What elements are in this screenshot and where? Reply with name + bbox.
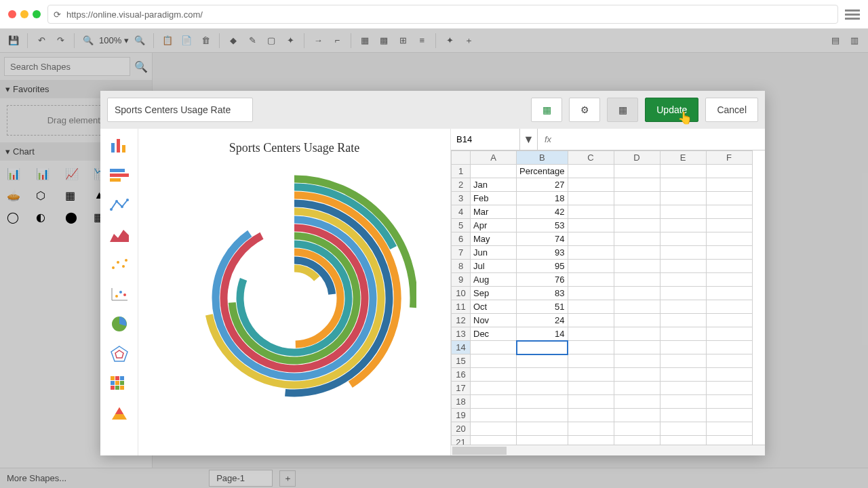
name-box-dropdown-icon[interactable]: ▼ (520, 129, 538, 150)
svg-rect-26 (111, 381, 115, 385)
heatmap-chart-type[interactable] (107, 373, 132, 394)
cancel-button[interactable]: Cancel (705, 98, 758, 122)
chart-title-label: Sports Centers Usage Rate (138, 129, 450, 155)
svg-marker-21 (111, 346, 127, 361)
svg-point-7 (115, 200, 118, 203)
pyramid-chart-type[interactable] (107, 403, 132, 424)
svg-rect-0 (111, 143, 115, 152)
svg-rect-4 (110, 174, 129, 177)
chart-editor-dialog: Sports Centers Usage Rate ▦ ⚙ ▦ Update 👆… (100, 91, 765, 455)
browser-chrome: ⟳ https://online.visual-paradigm.com/ (0, 0, 868, 28)
formula-bar[interactable] (558, 129, 765, 150)
svg-marker-33 (115, 407, 123, 414)
gear-icon: ⚙ (580, 104, 589, 115)
minimize-window[interactable] (20, 10, 28, 18)
svg-point-18 (119, 291, 122, 293)
pie-chart-type[interactable] (107, 313, 132, 335)
fx-label: fx (538, 134, 558, 144)
grid-icon: ▦ (618, 104, 627, 115)
cell-reference-box[interactable]: B14 (451, 129, 520, 150)
svg-point-9 (126, 199, 129, 201)
svg-point-14 (125, 259, 127, 262)
address-bar[interactable]: ⟳ https://online.visual-paradigm.com/ (47, 5, 838, 24)
chart-type-list (100, 129, 138, 455)
svg-rect-24 (115, 376, 119, 380)
area-chart-type[interactable] (107, 224, 132, 245)
url-text: https://online.visual-paradigm.com/ (66, 9, 203, 20)
svg-rect-31 (120, 386, 124, 390)
radar-chart-type[interactable] (107, 343, 132, 365)
maximize-window[interactable] (33, 10, 41, 18)
svg-marker-10 (110, 230, 129, 242)
svg-rect-27 (115, 381, 119, 385)
svg-point-12 (117, 261, 119, 264)
svg-point-6 (110, 208, 113, 211)
svg-marker-22 (115, 350, 123, 358)
svg-rect-1 (117, 139, 120, 152)
svg-point-8 (121, 205, 123, 208)
scatter-axes-type[interactable] (107, 283, 132, 305)
scatter-chart-type[interactable] (107, 253, 132, 275)
svg-rect-23 (111, 376, 115, 380)
svg-rect-28 (120, 381, 124, 385)
chart-title-input[interactable]: Sports Centers Usage Rate (107, 98, 253, 122)
svg-rect-30 (115, 386, 119, 390)
import-excel-button[interactable]: ▦ (531, 98, 562, 122)
dialog-header: Sports Centers Usage Rate ▦ ⚙ ▦ Update 👆… (100, 91, 765, 129)
toggle-data-grid-button[interactable]: ▦ (607, 98, 638, 122)
hamburger-menu-icon[interactable] (845, 9, 860, 20)
svg-rect-2 (122, 145, 125, 152)
svg-rect-25 (120, 376, 124, 380)
chart-preview: Sports Centers Usage Rate (138, 129, 450, 455)
reload-icon[interactable]: ⟳ (54, 9, 61, 20)
window-controls (8, 10, 41, 18)
update-button[interactable]: Update 👆 (645, 98, 698, 122)
column-chart-type[interactable] (107, 134, 132, 156)
svg-point-19 (123, 293, 126, 296)
line-chart-type[interactable] (107, 194, 132, 216)
svg-rect-29 (111, 386, 115, 390)
close-window[interactable] (8, 10, 16, 18)
spreadsheet-grid[interactable]: ABCDEF1Percentage2Jan273Feb184Mar425Apr5… (451, 150, 765, 445)
chart-settings-button[interactable]: ⚙ (569, 98, 600, 122)
svg-point-11 (112, 266, 115, 269)
svg-point-17 (115, 295, 118, 298)
data-spreadsheet: B14 ▼ fx ABCDEF1Percentage2Jan273Feb184M… (450, 129, 765, 455)
radial-bar-chart (172, 169, 416, 427)
svg-point-13 (122, 265, 125, 268)
svg-rect-3 (110, 169, 125, 172)
svg-rect-5 (110, 178, 121, 182)
stacked-bar-type[interactable] (107, 164, 132, 186)
horizontal-scrollbar[interactable] (451, 445, 765, 455)
